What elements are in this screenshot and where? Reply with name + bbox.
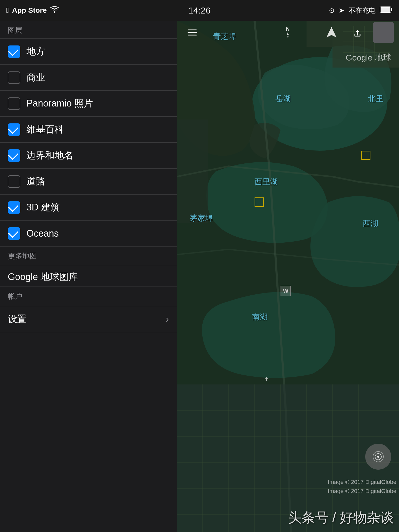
layer-label-oceans: Oceans: [26, 228, 59, 239]
content-watermark: 头条号 / 好物杂谈: [288, 509, 394, 527]
layer-label-roads: 道路: [26, 175, 45, 188]
layer-label-local: 地方: [26, 45, 45, 58]
layer-item-local[interactable]: 地方: [0, 39, 177, 65]
more-maps-section[interactable]: 更多地图: [0, 247, 177, 266]
map-marker-2[interactable]: [255, 197, 264, 207]
map-area[interactable]: N: [177, 21, 399, 532]
battery-icon: [380, 6, 393, 15]
wikipedia-marker[interactable]: W: [281, 286, 291, 296]
checkbox-panoramio[interactable]: [8, 97, 20, 110]
location-status-icon: ⊙: [329, 6, 335, 15]
more-maps-label: 更多地图: [8, 252, 37, 260]
status-bar-left:  App Store: [6, 6, 59, 15]
checkbox-wikipedia[interactable]: [8, 123, 20, 136]
compass[interactable]: N: [284, 26, 291, 39]
map-label-xilihu: 西里湖: [255, 177, 278, 187]
svg-marker-32: [327, 28, 336, 37]
app-container:  App Store 14:26 ⊙ ➤ 不在充电: [0, 0, 399, 532]
map-label-beili: 北里: [368, 94, 383, 104]
copyright-text: Image © 2017 DigitalGlobe Image © 2017 D…: [328, 477, 396, 496]
location-circle-icon: [372, 450, 385, 463]
app-store-label: App Store: [12, 6, 47, 15]
svg-marker-31: [287, 36, 289, 38]
earth-text: 地球: [375, 52, 391, 63]
time-display: 14:26: [188, 5, 210, 16]
google-brand-text: Google: [346, 53, 373, 63]
gallery-label: Google 地球图库: [8, 271, 78, 282]
settings-item[interactable]: 设置 ›: [0, 306, 177, 332]
layer-item-3d[interactable]: 3D 建筑: [0, 195, 177, 221]
svg-rect-1: [391, 8, 392, 11]
compass-n-label: N: [286, 26, 290, 31]
checkbox-business[interactable]: [8, 71, 20, 84]
wifi-icon: [50, 6, 59, 15]
layer-item-business[interactable]: 商业: [0, 65, 177, 91]
layer-item-oceans[interactable]: Oceans: [0, 221, 177, 247]
layer-label-panoramio: Panoramio 照片: [26, 97, 93, 110]
layer-label-3d: 3D 建筑: [26, 201, 60, 214]
layer-label-wikipedia: 維基百科: [26, 123, 64, 136]
sidebar: 图层 地方 商业 Panoramio 照片 維基百科: [0, 21, 177, 532]
layer-label-business: 商业: [26, 71, 45, 84]
layer-item-wikipedia[interactable]: 維基百科: [0, 117, 177, 143]
map-label-maojiawu: 茅家埠: [190, 213, 213, 224]
account-section: 帐户: [0, 287, 177, 306]
compass-status-icon: ➤: [339, 6, 344, 15]
compass-arrow-icon: [284, 31, 291, 39]
checkbox-3d[interactable]: [8, 201, 20, 214]
status-bar:  App Store 14:26 ⊙ ➤ 不在充电: [0, 0, 399, 21]
gallery-section: Google 地球图库: [0, 266, 177, 287]
share-button[interactable]: [347, 22, 368, 43]
status-bar-right: ⊙ ➤ 不在充电: [329, 6, 393, 15]
toolbar-right: [321, 22, 394, 43]
google-earth-watermark: Google 地球: [346, 52, 391, 63]
map-label-nanhu: 南湖: [252, 312, 268, 322]
layer-item-borders[interactable]: 边界和地名: [0, 143, 177, 169]
layer-item-panoramio[interactable]: Panoramio 照片: [0, 91, 177, 117]
copyright-line-1: Image © 2017 DigitalGlobe: [328, 477, 396, 487]
checkbox-borders[interactable]: [8, 149, 20, 162]
layer-label-borders: 边界和地名: [26, 149, 73, 162]
checkbox-local[interactable]: [8, 45, 20, 58]
chevron-right-icon: ›: [166, 314, 169, 325]
checkbox-roads[interactable]: [8, 175, 20, 188]
map-label-yuhu: 岳湖: [275, 94, 291, 104]
location-direction-button[interactable]: [321, 22, 342, 43]
settings-label: 设置: [8, 313, 26, 325]
menu-button[interactable]: [182, 22, 203, 43]
map-label-xihu: 西湖: [363, 218, 378, 229]
checkbox-oceans[interactable]: [8, 227, 20, 240]
copyright-line-2: Image © 2017 DigitalGlobe: [328, 487, 396, 496]
location-button[interactable]: [365, 444, 391, 470]
map-thumbnail-button[interactable]: [373, 22, 394, 43]
svg-point-36: [377, 456, 379, 458]
charging-label: 不在充电: [349, 6, 376, 15]
svg-marker-30: [287, 32, 289, 36]
map-marker-1[interactable]: [361, 151, 370, 160]
layers-section-header: 图层: [0, 21, 177, 39]
main-content: 图层 地方 商业 Panoramio 照片 維基百科: [0, 21, 399, 532]
apple-icon: : [6, 6, 9, 15]
svg-rect-2: [381, 7, 390, 12]
account-label: 帐户: [8, 292, 22, 300]
layer-item-roads[interactable]: 道路: [0, 169, 177, 195]
map-toolbar: N: [177, 21, 399, 44]
